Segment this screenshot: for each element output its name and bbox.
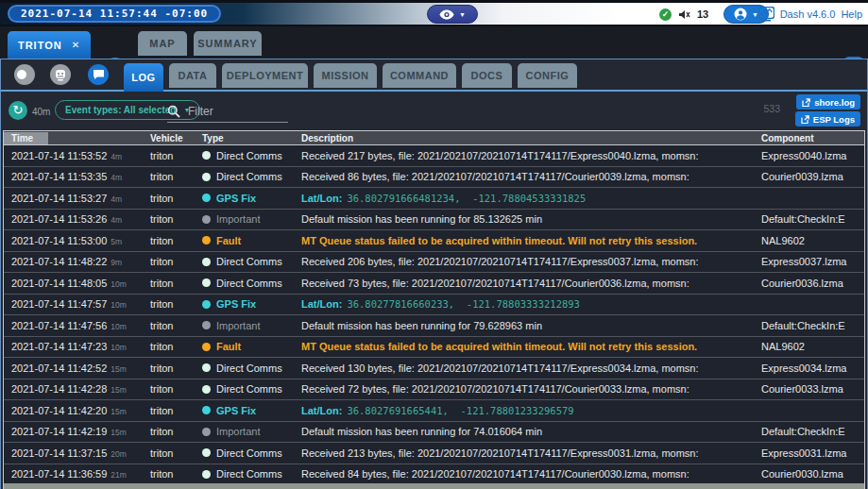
cell-component: Express0037.lzma — [755, 256, 864, 267]
mute-icon[interactable] — [678, 8, 690, 21]
cell-description: Received 72 bytes, file: 2021/202107/202… — [295, 383, 755, 395]
tab-deployment[interactable]: DEPLOYMENT — [222, 63, 308, 88]
event-type-dot-icon — [202, 321, 211, 329]
cell-type: Important — [196, 213, 295, 225]
tab-summary[interactable]: SUMMARY — [194, 31, 262, 56]
table-row[interactable]: 2021-07-14 11:53:354m triton Direct Comm… — [4, 167, 864, 189]
table-row[interactable]: 2021-07-14 11:36:5921m triton Direct Com… — [4, 464, 864, 486]
cell-time: 2021-07-14 11:53:005m — [4, 235, 144, 246]
table-row[interactable]: 2021-07-14 11:47:5610m triton Important … — [4, 315, 864, 337]
tab-triton[interactable]: TRITON ✕ — [8, 31, 91, 59]
table-row[interactable]: 2021-07-14 11:42:5215m triton Direct Com… — [4, 358, 864, 379]
event-type-dot-icon — [202, 385, 211, 394]
table-body: 2021-07-14 11:53:524m triton Direct Comm… — [4, 145, 864, 489]
cell-type: Direct Comms — [196, 150, 295, 161]
table-row[interactable]: 2021-07-14 11:37:1520m triton Direct Com… — [4, 443, 864, 464]
cell-type: Direct Comms — [196, 278, 295, 289]
col-header-type[interactable]: Type — [196, 133, 295, 143]
col-header-time[interactable]: Time — [4, 133, 144, 143]
filter-field — [167, 100, 288, 123]
cell-vehicle: triton — [144, 447, 196, 459]
cell-type: Direct Comms — [196, 256, 295, 267]
cell-description: Default mission has been running for 85.… — [295, 213, 755, 225]
horizontal-scrollbar[interactable] — [4, 483, 864, 489]
event-type-dot-icon — [202, 343, 211, 351]
vehicle-state-toggle-button[interactable] — [14, 64, 35, 85]
table-row[interactable]: 2021-07-14 11:47:2310m triton Fault MT Q… — [4, 337, 864, 359]
cell-time: 2021-07-14 11:47:2310m — [4, 341, 144, 352]
external-link-icon — [801, 115, 809, 124]
table-row[interactable]: 2021-07-14 11:48:0510m triton Direct Com… — [4, 273, 864, 295]
cell-component: NAL9602 — [755, 235, 864, 246]
tab-map[interactable]: MAP — [138, 31, 187, 56]
brand-zone: Dash v4.6.0 Help — [758, 6, 862, 23]
filter-input[interactable] — [188, 105, 279, 118]
event-types-label: Event types: All selected — [65, 105, 176, 115]
cell-time: 2021-07-14 11:53:264m — [4, 213, 144, 225]
cell-description: Lat/Lon:36.8027691665441, -121.788012332… — [295, 405, 755, 416]
event-type-dot-icon — [202, 278, 211, 287]
visibility-menu-button[interactable]: ▼ — [427, 5, 478, 24]
cell-vehicle: triton — [144, 320, 196, 331]
cell-vehicle: triton — [144, 171, 196, 182]
cell-type: Direct Comms — [196, 363, 295, 374]
esp-logs-button[interactable]: ESP Logs — [795, 111, 860, 126]
status-icons: ✓ 13 — [659, 6, 708, 23]
cell-time: 2021-07-14 11:47:5610m — [4, 320, 144, 331]
cell-description: MT Queue status failed to be acquired wi… — [295, 341, 755, 352]
cell-time: 2021-07-14 11:42:2815m — [4, 383, 144, 395]
cell-type: GPS Fix — [196, 298, 295, 310]
event-type-dot-icon — [202, 406, 211, 414]
table-row[interactable]: 2021-07-14 11:53:264m triton Important D… — [4, 210, 864, 231]
user-icon — [734, 8, 747, 21]
col-header-component[interactable]: Component — [755, 133, 864, 143]
cell-time: 2021-07-14 11:48:229m — [4, 256, 144, 267]
vehicle-icon-button[interactable] — [50, 64, 71, 85]
clock-text: 2021-07-14 11:57:44 -07:00 — [21, 8, 208, 20]
table-row[interactable]: 2021-07-14 11:53:274m triton GPS Fix Lat… — [4, 188, 864, 210]
table-row[interactable]: 2021-07-14 11:42:2015m triton GPS Fix La… — [4, 400, 864, 422]
col-header-description[interactable]: Description — [295, 133, 755, 143]
event-type-dot-icon — [202, 151, 211, 160]
cell-time: 2021-07-14 11:36:5921m — [4, 468, 144, 480]
cell-time: 2021-07-14 11:48:0510m — [4, 278, 144, 289]
table-row[interactable]: 2021-07-14 11:47:5710m triton GPS Fix La… — [4, 295, 864, 316]
cell-type: Important — [196, 320, 295, 331]
external-link-icon — [802, 98, 810, 107]
event-type-dot-icon — [202, 236, 211, 244]
cell-time: 2021-07-14 11:42:2015m — [4, 405, 144, 416]
table-row[interactable]: 2021-07-14 11:53:005m triton Fault MT Qu… — [4, 230, 864, 252]
tab-command[interactable]: COMMAND — [383, 63, 456, 88]
close-icon[interactable]: ✕ — [72, 40, 80, 50]
cell-component: Express0040.lzma — [755, 150, 864, 161]
col-header-vehicle[interactable]: Vehicle — [144, 133, 196, 143]
table-row[interactable]: 2021-07-14 11:48:229m triton Direct Comm… — [4, 252, 864, 274]
tab-config[interactable]: CONFIG — [518, 63, 577, 88]
tab-mission[interactable]: MISSION — [314, 63, 377, 88]
tab-log[interactable]: LOG — [124, 63, 163, 92]
cell-vehicle: triton — [144, 468, 196, 480]
event-type-dot-icon — [202, 215, 211, 224]
table-header: Time Vehicle Type Description Component — [4, 131, 864, 145]
chat-button[interactable] — [88, 64, 109, 85]
event-type-dot-icon — [202, 428, 211, 436]
cell-time: 2021-07-14 11:53:354m — [4, 171, 144, 182]
refresh-button[interactable]: ↻ — [9, 101, 27, 120]
clock-pill[interactable]: 2021-07-14 11:57:44 -07:00 — [8, 5, 221, 23]
cell-description: MT Queue status failed to be acquired wi… — [295, 235, 755, 246]
dash-app: 2021-07-14 11:57:44 -07:00 ▼ ✓ 13 ▼ Da — [0, 0, 868, 489]
event-type-dot-icon — [202, 448, 211, 457]
tab-docs[interactable]: DOCS — [462, 63, 512, 88]
table-row[interactable]: 2021-07-14 11:42:2815m triton Direct Com… — [4, 379, 864, 401]
shore-log-button[interactable]: shore.log — [796, 94, 860, 110]
cell-type: GPS Fix — [196, 193, 295, 204]
search-icon — [167, 105, 180, 118]
table-row[interactable]: 2021-07-14 11:53:524m triton Direct Comm… — [4, 145, 864, 167]
cell-vehicle: triton — [144, 278, 196, 289]
tab-data[interactable]: DATA — [169, 63, 216, 88]
cell-description: Received 213 bytes, file: 2021/202107/20… — [295, 447, 755, 459]
cell-type: Direct Comms — [196, 447, 295, 459]
help-link[interactable]: Help — [841, 8, 862, 20]
table-row[interactable]: 2021-07-14 11:42:1915m triton Important … — [4, 422, 864, 444]
cell-component: Express0034.lzma — [755, 363, 864, 374]
